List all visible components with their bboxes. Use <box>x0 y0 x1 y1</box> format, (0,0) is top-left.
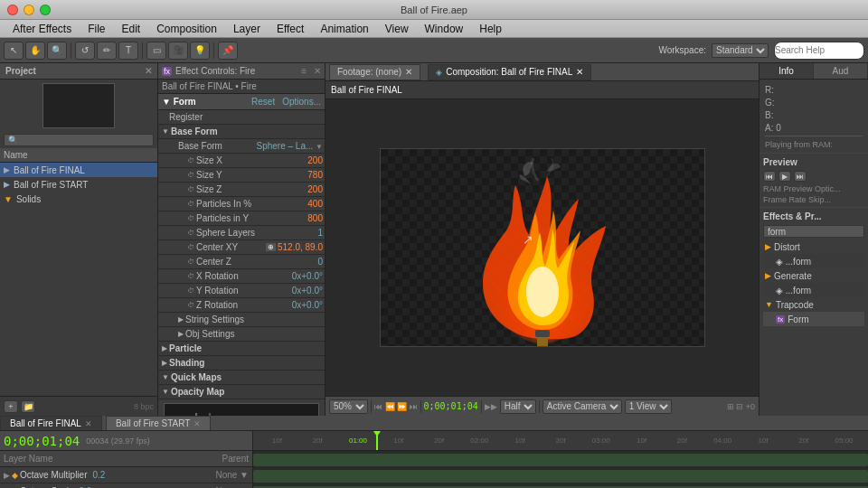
menu-layer[interactable]: Layer <box>226 21 268 37</box>
viewer-comp-name: Ball of Fire FINAL <box>331 85 402 95</box>
comp-tab[interactable]: ◈ Composition: Ball of Fire FINAL ✕ <box>428 64 591 80</box>
layer-row-2[interactable]: ▶ ◆ Octave Scale 2.0 None ▼ <box>0 483 252 488</box>
ec-center-z[interactable]: ⏱ Center Z 0 <box>158 255 325 269</box>
layer-row-1[interactable]: ▶ ◆ Octave Multiplier 0.2 None ▼ <box>0 467 252 483</box>
ec-particle-section[interactable]: ▶ Particle <box>158 342 325 356</box>
text-tool[interactable]: T <box>118 42 138 60</box>
tab-info[interactable]: Info <box>760 63 814 79</box>
ec-size-x[interactable]: ⏱ Size X 200 <box>158 154 325 168</box>
timeline-tab-final[interactable]: Ball of Fire FINAL ✕ <box>0 416 102 430</box>
ec-opacity-map-section[interactable]: ▼ Opacity Map <box>158 385 325 399</box>
effect-panel-close[interactable]: ✕ <box>314 66 321 76</box>
ec-string-settings[interactable]: ▶ String Settings <box>158 313 325 327</box>
ec-y-rotation-label: Y Rotation <box>196 286 292 296</box>
new-comp-button[interactable]: + <box>4 400 18 413</box>
ec-register[interactable]: Register <box>158 110 325 125</box>
ec-string-settings-label: String Settings <box>185 314 323 324</box>
menu-help[interactable]: Help <box>472 21 509 37</box>
timeline-playhead[interactable] <box>376 431 378 450</box>
arrow-tool[interactable]: ↖ <box>4 42 24 60</box>
ec-x-rotation[interactable]: ⏱ X Rotation 0x+0.0° <box>158 269 325 284</box>
tab-audio[interactable]: Aud <box>814 63 868 79</box>
timeline-tab-start[interactable]: Ball of Fire START ✕ <box>106 416 211 430</box>
menu-bar: After Effects File Edit Composition Laye… <box>0 20 868 38</box>
tab-audio-label: Aud <box>833 66 849 76</box>
view-select[interactable]: 1 View <box>625 399 672 414</box>
efx-generate-form[interactable]: ◈ ...form <box>763 283 864 297</box>
pen-tool[interactable]: ✏ <box>97 42 117 60</box>
timeline-tracks <box>253 451 868 488</box>
resolution-select[interactable]: Half <box>500 399 536 414</box>
project-search-bar[interactable]: 🔍 <box>4 134 154 146</box>
stopwatch-icon-py: ⏱ <box>187 214 194 222</box>
ec-sphere-layers[interactable]: ⏱ Sphere Layers 1 <box>158 226 325 240</box>
menu-view[interactable]: View <box>378 21 416 37</box>
efx-trapcode-form[interactable]: fx Form <box>763 312 864 326</box>
menu-edit[interactable]: Edit <box>114 21 147 37</box>
menu-animation[interactable]: Animation <box>313 21 375 37</box>
effects-search-input[interactable] <box>763 225 864 238</box>
puppet-tool[interactable]: 📌 <box>218 42 238 60</box>
effect-panel-menu[interactable]: ≡ <box>301 66 307 76</box>
ec-quick-maps-section[interactable]: ▼ Quick Maps <box>158 371 325 385</box>
menu-after-effects[interactable]: After Effects <box>5 21 79 37</box>
project-panel-close[interactable]: ✕ <box>145 66 152 76</box>
menu-file[interactable]: File <box>80 21 112 37</box>
ec-size-z[interactable]: ⏱ Size Z 200 <box>158 183 325 197</box>
menu-window[interactable]: Window <box>418 21 471 37</box>
search-help-input[interactable] <box>774 42 864 60</box>
close-button[interactable] <box>7 5 18 15</box>
viewer-top-bar: Ball of Fire FINAL <box>326 81 759 99</box>
light-tool[interactable]: 💡 <box>190 42 210 60</box>
ec-size-y[interactable]: ⏱ Size Y 780 <box>158 168 325 183</box>
workspace-select[interactable]: Standard <box>712 43 769 58</box>
ram-preview-options-label: RAM Preview Optic... <box>763 183 864 194</box>
footage-tab[interactable]: Footage: (none) ✕ <box>329 64 420 80</box>
footage-tab-close[interactable]: ✕ <box>405 67 412 77</box>
zoom-select[interactable]: 50% <box>329 399 368 414</box>
reset-button[interactable]: Reset <box>251 97 275 107</box>
efx-distort-form-label: ◈ ...form <box>776 257 811 267</box>
comp-tab-close[interactable]: ✕ <box>576 67 583 77</box>
ec-particles-x[interactable]: ⏱ Particles In % 400 <box>158 197 325 211</box>
ec-base-form-value[interactable]: Base Form Sphere – La... ▼ <box>158 139 325 154</box>
ec-z-rotation-label: Z Rotation <box>196 300 292 310</box>
ec-z-rotation[interactable]: ⏱ Z Rotation 0x+0.0° <box>158 298 325 313</box>
new-folder-button[interactable]: 📁 <box>21 400 35 413</box>
menu-composition[interactable]: Composition <box>149 21 224 37</box>
maximize-button[interactable] <box>40 5 51 15</box>
window-title: Ball of Fire.aep <box>401 5 467 15</box>
info-a-row: A: 0 <box>765 121 863 134</box>
ec-shading-section[interactable]: ▶ Shading <box>158 356 325 371</box>
ec-particles-y[interactable]: ⏱ Particles in Y 800 <box>158 211 325 226</box>
ec-center-xy[interactable]: ⏱ Center XY ⊕ 512.0, 89.0 <box>158 240 325 255</box>
shape-tool[interactable]: ▭ <box>146 42 166 60</box>
efx-generate[interactable]: ▶ Generate <box>763 268 864 283</box>
project-item-ball-fire-final[interactable]: ▶ Ball of Fire FINAL <box>0 163 157 177</box>
preview-last-btn[interactable]: ⏭ <box>794 171 807 182</box>
minimize-button[interactable] <box>24 5 34 15</box>
comp-tab-label: Composition: Ball of Fire FINAL <box>446 67 572 77</box>
efx-distort-form[interactable]: ◈ ...form <box>763 254 864 268</box>
ec-obj-settings[interactable]: ▶ Obj Settings <box>158 327 325 342</box>
efx-distort[interactable]: ▶ Distort <box>763 239 864 254</box>
camera-tool[interactable]: 🎥 <box>168 42 188 60</box>
efx-trapcode[interactable]: ▼ Trapcode <box>763 297 864 312</box>
project-item-ball-fire-start[interactable]: ▶ Ball of Fire START <box>0 177 157 192</box>
menu-effect[interactable]: Effect <box>269 21 311 37</box>
options-button[interactable]: Options... <box>282 97 321 107</box>
zoom-tool[interactable]: 🔍 <box>47 42 67 60</box>
ec-y-rotation[interactable]: ⏱ Y Rotation 0x+0.0° <box>158 284 325 298</box>
preview-play-btn[interactable]: ▶ <box>778 171 791 182</box>
camera-select[interactable]: Active Camera <box>542 399 622 414</box>
timeline-tab-final-close[interactable]: ✕ <box>85 419 92 428</box>
ec-base-form-section[interactable]: ▼ Base Form <box>158 125 325 139</box>
effects-presets-section: Effects & Pr... ▶ Distort ◈ ...form ▶ Ge… <box>760 207 868 328</box>
time-20f-4: 20f <box>662 436 703 445</box>
timeline-tab-start-close[interactable]: ✕ <box>193 419 201 428</box>
project-item-solids[interactable]: ▼ Solids <box>0 192 157 206</box>
rotate-tool[interactable]: ↺ <box>75 42 95 60</box>
preview-first-btn[interactable]: ⏮ <box>763 171 776 182</box>
hand-tool[interactable]: ✋ <box>25 42 45 60</box>
time-20f-2: 20f <box>419 436 459 445</box>
